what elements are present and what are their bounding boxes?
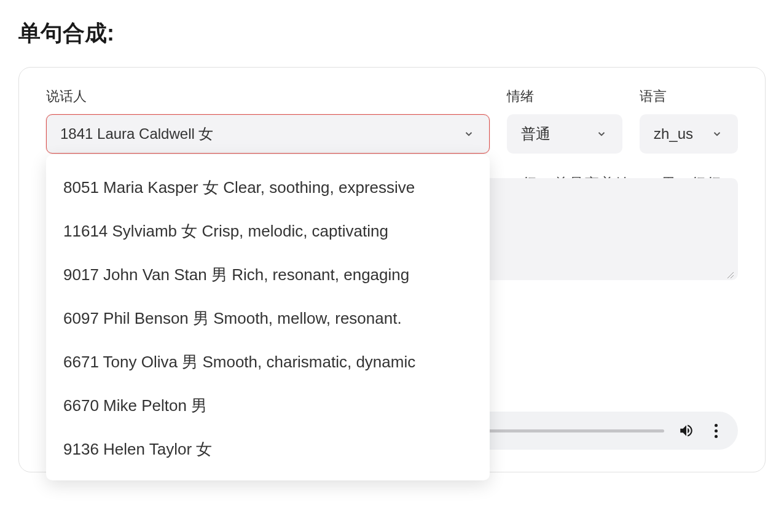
speaker-option[interactable]: 11697 Celine Major 女 — [46, 471, 490, 480]
volume-icon[interactable] — [678, 422, 695, 439]
speaker-option[interactable]: 9017 John Van Stan 男 Rich, resonant, eng… — [46, 253, 490, 297]
emotion-field: 情绪 普通 — [507, 87, 622, 154]
emotion-label: 情绪 — [507, 87, 622, 106]
audio-menu-button[interactable] — [708, 422, 723, 439]
speaker-selected-value: 1841 Laura Caldwell 女 — [60, 124, 213, 144]
language-selected-value: zh_us — [654, 125, 693, 143]
speaker-option[interactable]: 8051 Maria Kasper 女 Clear, soothing, exp… — [46, 166, 490, 209]
language-label: 语言 — [640, 87, 738, 106]
language-select[interactable]: zh_us — [640, 114, 738, 154]
speaker-option[interactable]: 6670 Mike Pelton 男 — [46, 384, 490, 428]
synthesis-panel: i3综合社区 www.i3zh.com 说话人 1841 Laura Caldw… — [18, 67, 766, 472]
speaker-option[interactable]: 6671 Tony Oliva 男 Smooth, charismatic, d… — [46, 340, 490, 384]
speaker-field: 说话人 1841 Laura Caldwell 女 8051 Maria Kas… — [46, 87, 490, 154]
speaker-option[interactable]: 11614 Sylviamb 女 Crisp, melodic, captiva… — [46, 209, 490, 253]
chevron-down-icon — [710, 127, 724, 141]
controls-row: 说话人 1841 Laura Caldwell 女 8051 Maria Kas… — [46, 87, 738, 154]
speaker-option[interactable]: 6097 Phil Benson 男 Smooth, mellow, reson… — [46, 297, 490, 340]
chevron-down-icon — [462, 127, 476, 141]
speaker-select[interactable]: 1841 Laura Caldwell 女 — [46, 114, 490, 154]
emotion-selected-value: 普通 — [521, 124, 551, 144]
speaker-dropdown: 8051 Maria Kasper 女 Clear, soothing, exp… — [46, 155, 490, 480]
speaker-option[interactable]: 9136 Helen Taylor 女 — [46, 428, 490, 471]
page-title: 单句合成: — [18, 18, 766, 49]
language-field: 语言 zh_us — [640, 87, 738, 154]
speaker-label: 说话人 — [46, 87, 490, 106]
chevron-down-icon — [595, 127, 608, 141]
emotion-select[interactable]: 普通 — [507, 114, 622, 154]
